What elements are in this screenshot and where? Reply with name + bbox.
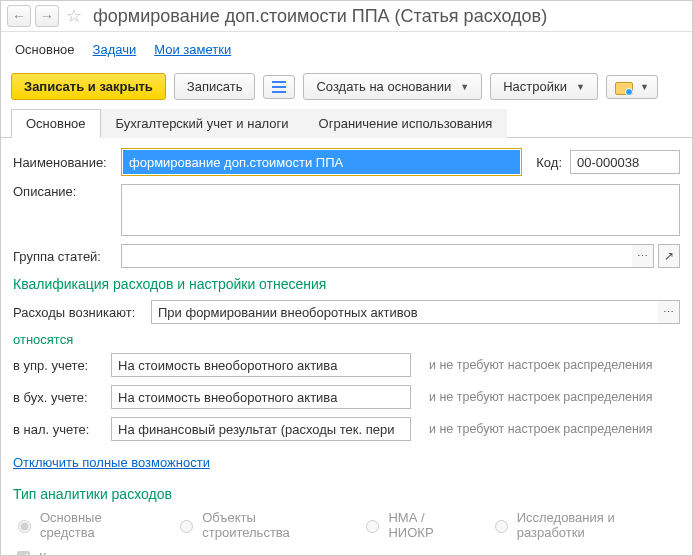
save-and-close-button[interactable]: Записать и закрыть <box>11 73 166 100</box>
radio-fixed-assets[interactable]: Основные средства <box>13 510 155 540</box>
radio-intangible[interactable]: НМА / НИОКР <box>361 510 469 540</box>
expand-icon: ↗ <box>664 249 674 263</box>
tax-acc-hint: и не требуют настроек распределения <box>429 422 680 436</box>
list-view-button[interactable] <box>263 75 295 99</box>
tax-acc-input[interactable] <box>111 417 411 441</box>
topnav-notes[interactable]: Мои заметки <box>154 42 231 57</box>
settings-button[interactable]: Настройки ▼ <box>490 73 598 100</box>
radio-construction-label: Объекты строительства <box>202 510 341 540</box>
radio-fixed-assets-label: Основные средства <box>40 510 155 540</box>
folder-icon <box>615 80 631 94</box>
book-acc-input[interactable] <box>111 385 411 409</box>
group-input[interactable] <box>121 244 632 268</box>
chevron-down-icon: ▼ <box>460 82 469 92</box>
relate-label: относятся <box>13 332 680 347</box>
topnav-tasks[interactable]: Задачи <box>93 42 137 57</box>
book-acc-label: в бух. учете: <box>13 390 103 405</box>
tax-acc-label: в нал. учете: <box>13 422 103 437</box>
name-label: Наименование: <box>13 155 113 170</box>
tab-restriction[interactable]: Ограничение использования <box>304 109 508 138</box>
group-expand-button[interactable]: ↗ <box>658 244 680 268</box>
more-actions-button[interactable]: ▼ <box>606 75 658 99</box>
description-textarea[interactable] <box>121 184 680 236</box>
chevron-down-icon: ▼ <box>640 82 649 92</box>
chevron-down-icon: ▼ <box>576 82 585 92</box>
analytics-title: Тип аналитики расходов <box>13 486 680 502</box>
group-lookup-button[interactable]: ⋯ <box>632 244 654 268</box>
topnav-main[interactable]: Основное <box>15 42 75 57</box>
occur-label: Расходы возникают: <box>13 305 143 320</box>
control-analytics-checkbox[interactable]: Контролировать заполнение аналитики <box>13 548 680 556</box>
radio-construction[interactable]: Объекты строительства <box>175 510 341 540</box>
toggle-full-features-link[interactable]: Отключить полные возможности <box>13 455 210 470</box>
settings-label: Настройки <box>503 79 567 94</box>
occur-lookup-button[interactable]: ⋯ <box>658 300 680 324</box>
window-title: формирование доп.стоимости ППА (Статья р… <box>93 6 547 27</box>
list-icon <box>272 80 286 94</box>
radio-intangible-label: НМА / НИОКР <box>388 510 469 540</box>
qualification-title: Квалификация расходов и настройки отнесе… <box>13 276 680 292</box>
control-analytics-label: Контролировать заполнение аналитики <box>39 550 278 556</box>
nav-forward-button[interactable]: → <box>35 5 59 27</box>
code-label: Код: <box>536 155 562 170</box>
tab-accounting[interactable]: Бухгалтерский учет и налоги <box>101 109 304 138</box>
code-input[interactable] <box>570 150 680 174</box>
nav-back-button[interactable]: ← <box>7 5 31 27</box>
save-button[interactable]: Записать <box>174 73 256 100</box>
create-based-on-button[interactable]: Создать на основании ▼ <box>303 73 482 100</box>
mgmt-acc-hint: и не требуют настроек распределения <box>429 358 680 372</box>
mgmt-acc-input[interactable] <box>111 353 411 377</box>
radio-research[interactable]: Исследования и разработки <box>490 510 680 540</box>
tab-main[interactable]: Основное <box>11 109 101 138</box>
create-based-on-label: Создать на основании <box>316 79 451 94</box>
name-input[interactable] <box>123 150 520 174</box>
mgmt-acc-label: в упр. учете: <box>13 358 103 373</box>
description-label: Описание: <box>13 184 113 199</box>
favorite-star-icon[interactable]: ☆ <box>63 5 85 27</box>
group-label: Группа статей: <box>13 249 113 264</box>
book-acc-hint: и не требуют настроек распределения <box>429 390 680 404</box>
radio-research-label: Исследования и разработки <box>517 510 680 540</box>
occur-input[interactable] <box>151 300 658 324</box>
